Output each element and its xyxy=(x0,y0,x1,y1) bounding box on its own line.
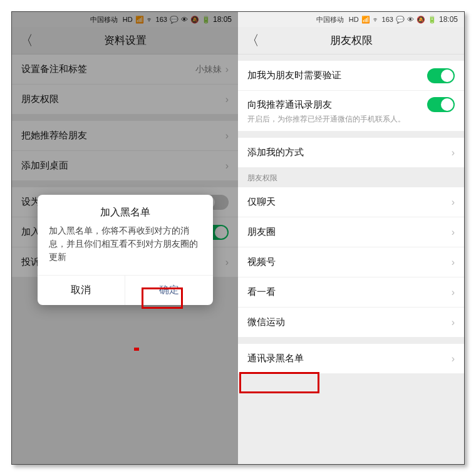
dialog-title: 加入黑名单 xyxy=(38,195,213,224)
content-right: 加我为朋友时需要验证 向我推荐通讯录朋友 开启后，为你推荐已经开通微信的手机联系… xyxy=(238,54,464,464)
signal-icon: 📶 xyxy=(361,16,370,24)
phone-left: 中国移动 HD 📶 ᯤ 163 💬 👁 🔕 🔋 18:05 〈 资料设置 设置备… xyxy=(12,12,238,464)
cell-subtext: 开启后，为你推荐已经开通微信的手机联系人。 xyxy=(247,114,405,125)
clock: 18:05 xyxy=(439,15,458,24)
battery-icon: 🔋 xyxy=(428,16,437,24)
red-marker xyxy=(134,348,139,351)
cell-top-stories[interactable]: 看一看 › xyxy=(238,277,464,308)
chevron-right-icon: › xyxy=(452,257,455,268)
mute-icon: 🔕 xyxy=(416,16,425,24)
cell-label: 视频号 xyxy=(247,256,452,268)
eye-icon: 👁 xyxy=(407,16,414,23)
verify-switch[interactable] xyxy=(427,68,455,83)
cell-label: 添加我的方式 xyxy=(247,147,452,158)
cell-verify[interactable]: 加我为朋友时需要验证 xyxy=(238,61,464,91)
back-button[interactable]: 〈 xyxy=(246,31,261,50)
cell-recommend-contacts[interactable]: 向我推荐通讯录朋友 开启后，为你推荐已经开通微信的手机联系人。 xyxy=(238,91,464,132)
net-speed: 163 xyxy=(382,16,393,23)
dialog-body: 加入黑名单，你将不再收到对方的消息，并且你们相互看不到对方朋友圈的更新 xyxy=(38,224,213,275)
chevron-right-icon: › xyxy=(452,353,455,365)
wifi-icon: ᯤ xyxy=(373,16,380,23)
section-gap xyxy=(238,54,464,61)
chevron-right-icon: › xyxy=(452,147,455,158)
phone-right: 中国移动 HD 📶 ᯤ 163 💬 👁 🔕 🔋 18:05 〈 朋友权限 加我为… xyxy=(238,12,464,464)
cell-label: 看一看 xyxy=(247,286,452,298)
cell-label: 向我推荐通讯录朋友 xyxy=(247,99,427,111)
cancel-button[interactable]: 取消 xyxy=(38,276,125,305)
cell-chat-only[interactable]: 仅聊天 › xyxy=(238,187,464,217)
chat-icon: 💬 xyxy=(396,16,405,24)
cell-werun[interactable]: 微信运动 › xyxy=(238,308,464,338)
cell-label: 朋友圈 xyxy=(247,226,452,238)
navbar-right: 〈 朋友权限 xyxy=(238,27,464,54)
chevron-right-icon: › xyxy=(452,287,455,298)
cell-label: 仅聊天 xyxy=(247,196,452,208)
confirm-button[interactable]: 确定 xyxy=(125,276,213,305)
cell-label: 加我为朋友时需要验证 xyxy=(247,70,427,81)
section-header: 朋友权限 xyxy=(238,168,464,187)
dual-phone-frame: 中国移动 HD 📶 ᯤ 163 💬 👁 🔕 🔋 18:05 〈 资料设置 设置备… xyxy=(11,11,465,465)
dialog-actions: 取消 确定 xyxy=(38,275,213,305)
status-bar: 中国移动 HD 📶 ᯤ 163 💬 👁 🔕 🔋 18:05 xyxy=(238,12,464,27)
cell-moments[interactable]: 朋友圈 › xyxy=(238,217,464,247)
section-gap xyxy=(238,132,464,138)
blacklist-dialog: 加入黑名单 加入黑名单，你将不再收到对方的消息，并且你们相互看不到对方朋友圈的更… xyxy=(38,195,213,305)
cell-label: 通讯录黑名单 xyxy=(247,353,452,365)
carrier-label: 中国移动 xyxy=(316,15,344,24)
chevron-right-icon: › xyxy=(452,197,455,208)
cell-add-method[interactable]: 添加我的方式 › xyxy=(238,138,464,168)
page-title: 朋友权限 xyxy=(238,33,464,48)
section-gap xyxy=(238,338,464,344)
recommend-switch[interactable] xyxy=(427,97,455,112)
cell-channels[interactable]: 视频号 › xyxy=(238,247,464,277)
chevron-right-icon: › xyxy=(452,317,455,328)
chevron-right-icon: › xyxy=(452,227,455,238)
cell-label: 微信运动 xyxy=(247,316,452,328)
hd-icon: HD xyxy=(349,16,359,23)
cell-contacts-blacklist[interactable]: 通讯录黑名单 › xyxy=(238,344,464,374)
